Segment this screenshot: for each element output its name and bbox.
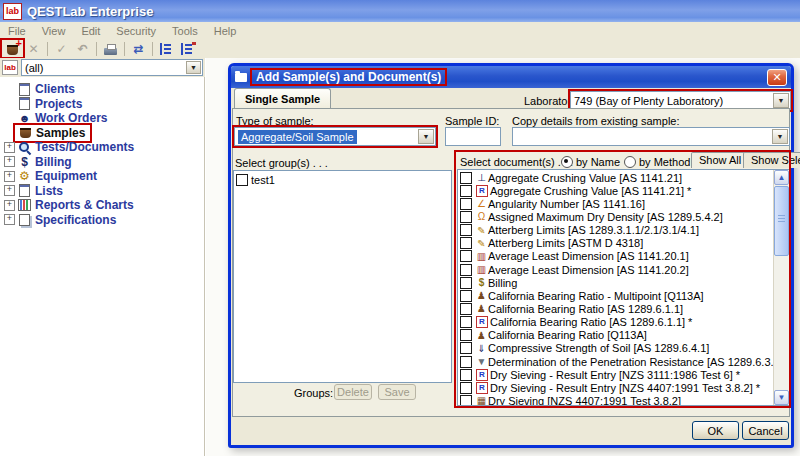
close-button[interactable]: ✕ (767, 69, 787, 86)
radio-by-name[interactable]: by Name (561, 156, 620, 168)
checkbox[interactable] (460, 342, 472, 354)
groups-listbox[interactable]: test1 (233, 170, 452, 383)
add-samples-dialog: Add Sample(s) and Document(s) ✕ Single S… (228, 63, 794, 448)
tab-show-all[interactable]: Show All (691, 152, 749, 168)
expand-plus-icon[interactable] (4, 200, 15, 211)
sidebar-item-reports-charts[interactable]: Reports & Charts (0, 198, 204, 213)
dollar-icon: $ (21, 155, 28, 169)
lab-tree-view-button[interactable] (177, 40, 198, 57)
radio-by-method[interactable]: by Method (624, 156, 690, 168)
toolbar-separator (96, 42, 97, 56)
document-row[interactable]: ∠Angularity Number [AS 1141.16] (458, 197, 790, 210)
document-row[interactable]: ♟California Bearing Ratio [AS 1289.6.1.1… (458, 302, 790, 315)
sidebar-item-clients[interactable]: Clients (0, 82, 204, 97)
tree-view-button[interactable] (156, 40, 177, 57)
checkbox[interactable] (460, 250, 472, 262)
menu-help[interactable]: Help (206, 25, 245, 37)
document-row[interactable]: ▦Dry Sieving [NZS 4407:1991 Test 3.8.2] (458, 394, 790, 406)
delete-button[interactable]: ✕ (23, 40, 44, 57)
document-row[interactable]: ΩAssigned Maximum Dry Density [AS 1289.5… (458, 210, 790, 223)
expand-plus-icon[interactable] (4, 156, 15, 167)
document-row[interactable]: ▼Determination of the Penetration Resist… (458, 355, 790, 368)
checkbox[interactable] (460, 369, 472, 381)
chevron-down-icon[interactable]: ▼ (773, 93, 789, 108)
checkbox[interactable] (460, 382, 472, 394)
document-row[interactable]: ⊥Aggregate Crushing Value [AS 1141.21] (458, 171, 790, 184)
undo-button[interactable]: ↶ (72, 40, 93, 57)
menu-view[interactable]: View (34, 25, 74, 37)
search-icon (18, 141, 31, 154)
document-row[interactable]: ♟California Bearing Ratio [Q113A] (458, 329, 790, 342)
document-row[interactable]: ✎Atterberg Limits [ASTM D 4318] (458, 237, 790, 250)
menu-edit[interactable]: Edit (73, 25, 108, 37)
chevron-down-icon[interactable]: ▼ (772, 129, 788, 144)
checkbox[interactable] (460, 198, 472, 210)
checkbox[interactable] (460, 277, 472, 289)
type-of-sample-combobox[interactable]: Aggregate/Soil Sample ▼ (234, 127, 436, 146)
document-row[interactable]: ♟California Bearing Ratio - Multipoint [… (458, 289, 790, 302)
chevron-down-icon[interactable]: ▼ (186, 61, 201, 74)
sidebar-item-tests-documents[interactable]: Tests/Documents (0, 140, 204, 155)
sort-button[interactable]: ⇄ (128, 40, 149, 57)
document-row[interactable]: ⇓Compressive Strength of Soil [AS 1289.6… (458, 342, 790, 355)
document-row[interactable]: RCalifornia Bearing Ratio [AS 1289.6.1.1… (458, 316, 790, 329)
checkbox[interactable] (460, 264, 472, 276)
sidebar-item-billing[interactable]: $ Billing (0, 155, 204, 170)
cbr-icon: ♟ (475, 330, 488, 341)
scroll-down-icon[interactable]: ▼ (774, 390, 789, 405)
document-row[interactable]: ✎Atterberg Limits [AS 1289.3.1.1/2.1/3.1… (458, 224, 790, 237)
scroll-up-icon[interactable]: ▲ (774, 170, 789, 185)
checkbox[interactable] (460, 211, 472, 223)
checkbox[interactable] (460, 356, 472, 368)
document-row[interactable]: RDry Sieving - Result Entry [NZS 3111:19… (458, 368, 790, 381)
checkbox[interactable] (460, 303, 472, 315)
expand-plus-icon[interactable] (4, 171, 15, 182)
sample-id-label: Sample ID: (445, 115, 499, 127)
checkbox[interactable] (460, 185, 472, 197)
document-row[interactable]: $Billing (458, 276, 790, 289)
tab-single-sample[interactable]: Single Sample (234, 88, 331, 109)
chevron-down-icon[interactable]: ▼ (418, 129, 434, 144)
expand-plus-icon[interactable] (4, 185, 15, 196)
copy-details-combobox[interactable]: ▼ (512, 127, 790, 146)
sidebar-item-lists[interactable]: Lists (0, 184, 204, 199)
documents-scrollbar[interactable]: ▲ ▼ (773, 170, 790, 405)
tab-show-selected[interactable]: Show Selected (743, 152, 800, 168)
sidebar-item-label: Lists (35, 184, 63, 198)
apply-button[interactable]: ✓ (51, 40, 72, 57)
group-row[interactable]: test1 (234, 173, 451, 187)
expand-plus-icon[interactable] (4, 214, 15, 225)
laboratory-value: 749 (Bay of Plenty Laboratory) (574, 95, 723, 107)
document-row[interactable]: ▥Average Least Dimension [AS 1141.20.1] (458, 250, 790, 263)
menu-security[interactable]: Security (108, 25, 164, 37)
sidebar-item-samples[interactable]: Samples (0, 126, 204, 141)
checkbox[interactable] (460, 290, 472, 302)
checkbox[interactable] (460, 316, 472, 328)
checkbox[interactable] (460, 237, 472, 249)
sidebar-item-projects[interactable]: Projects (0, 97, 204, 112)
add-sample-button[interactable] (2, 40, 23, 57)
print-button[interactable] (100, 40, 121, 57)
checkbox[interactable] (460, 329, 472, 341)
cancel-button[interactable]: Cancel (742, 421, 789, 440)
lab-filter-combobox[interactable]: (all) ▼ (21, 59, 203, 76)
ok-button[interactable]: OK (692, 421, 739, 440)
expand-plus-icon[interactable] (4, 142, 15, 153)
scrollbar-thumb[interactable] (774, 186, 789, 256)
checkbox[interactable] (460, 172, 472, 184)
documents-listbox[interactable]: ⊥Aggregate Crushing Value [AS 1141.21] R… (457, 169, 791, 406)
menu-tools[interactable]: Tools (164, 25, 206, 37)
sidebar-item-work-orders[interactable]: ☻ Work Orders (0, 111, 204, 126)
document-row[interactable]: RAggregate Crushing Value [AS 1141.21] * (458, 184, 790, 197)
document-row[interactable]: ▥Average Least Dimension [AS 1141.20.2] (458, 263, 790, 276)
delete-group-button[interactable]: Delete (334, 384, 372, 400)
sidebar-item-specifications[interactable]: Specifications (0, 213, 204, 228)
sidebar-item-equipment[interactable]: ⚙ Equipment (0, 169, 204, 184)
checkbox[interactable] (236, 174, 248, 186)
save-group-button[interactable]: Save (378, 384, 416, 400)
document-row[interactable]: RDry Sieving - Result Entry [NZS 4407:19… (458, 381, 790, 394)
sample-id-input[interactable] (445, 127, 501, 146)
checkbox[interactable] (460, 395, 472, 406)
checkbox[interactable] (460, 224, 472, 236)
menu-file[interactable]: File (0, 25, 34, 37)
